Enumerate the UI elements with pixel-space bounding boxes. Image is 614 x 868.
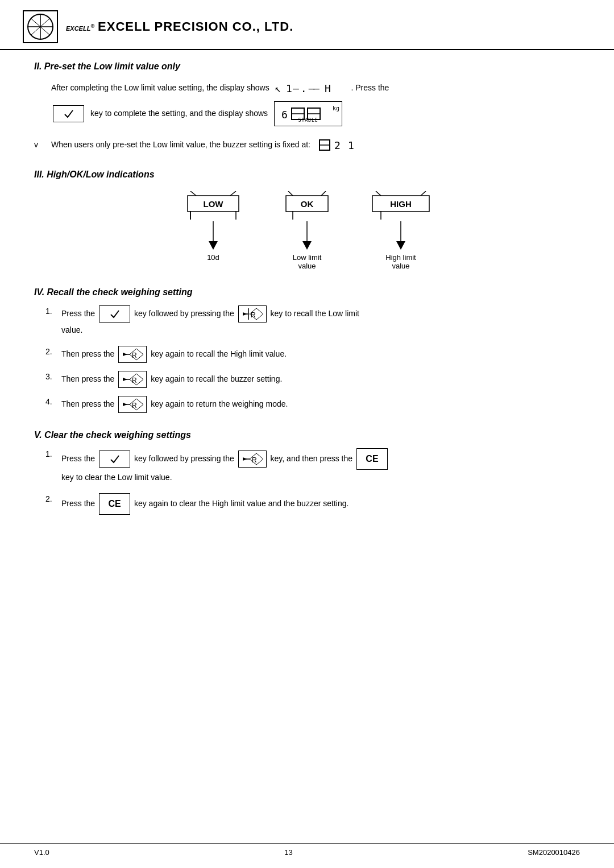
r-key-icon-s4-2: R <box>122 348 143 361</box>
ce-key-s5-1[interactable]: CE <box>356 448 388 470</box>
low-arrow-down <box>179 221 247 250</box>
svg-marker-50 <box>123 353 127 356</box>
ok-arrow-down <box>281 221 333 250</box>
section-3-title: III. High/OK/Low indications <box>34 170 580 180</box>
content: II. Pre-set the Low limit value only Aft… <box>0 50 614 566</box>
r-key-s4-4[interactable]: R <box>118 396 147 413</box>
section-5: V. Clear the check weighing settings 1. … <box>34 430 580 515</box>
checkmark-key-s5-1[interactable] <box>99 450 130 468</box>
section-4-item-2: 2. Then press the R key again to recall <box>45 346 580 363</box>
section-2-p2: key to complete the setting, and the dis… <box>51 101 580 126</box>
s4-i4-before: Then press the <box>61 399 117 408</box>
seg-display-dashes-svg: ↖ 1 –.– – H <box>273 80 347 97</box>
svg-text:LOW: LOW <box>204 199 224 209</box>
svg-marker-42 <box>396 241 405 250</box>
s2-complete-text: key to complete the setting, and the dis… <box>90 107 268 121</box>
ce-key-s5-2[interactable]: CE <box>99 493 130 515</box>
num-1: 1. <box>45 307 61 316</box>
r-key-icon-s4-4: R <box>122 398 143 411</box>
r-key-s5-1[interactable]: R <box>238 450 267 468</box>
svg-text:6: 6 <box>281 109 288 121</box>
svg-marker-28 <box>209 241 218 250</box>
section-2: II. Pre-set the Low limit value only Aft… <box>34 61 580 152</box>
svg-text:1: 1 <box>348 139 355 151</box>
low-arrows-svg: LOW <box>179 191 247 220</box>
svg-line-29 <box>288 191 293 196</box>
low-arrow-down-svg <box>205 221 222 250</box>
ok-label: Low limitvalue <box>293 253 322 270</box>
bullet-text: When users only pre-set the Low limit va… <box>51 140 310 149</box>
checkmark-key-s4-1[interactable] <box>99 305 130 323</box>
svg-marker-58 <box>123 403 127 406</box>
r-key-s4-3[interactable]: R <box>118 371 147 388</box>
low-label: 10d <box>207 253 219 262</box>
s4-i1-before: Press the <box>61 309 97 318</box>
section-4-item-4: 4. Then press the R key again to return <box>45 396 580 413</box>
svg-text:R: R <box>132 352 137 359</box>
num-2: 2. <box>45 347 61 356</box>
svg-text:↖: ↖ <box>275 82 283 94</box>
high-arrow-down <box>367 221 435 250</box>
company-name-block: EXCELL® EXCELL PRECISION CO., LTD. <box>66 19 293 34</box>
item-3-content: Then press the R key again to recall the… <box>61 371 580 388</box>
ok-arrows-svg: OK <box>281 191 333 220</box>
checkmark-key-s2[interactable] <box>53 105 84 122</box>
company-name: EXCELL PRECISION CO., LTD. <box>98 19 293 34</box>
checkmark-icon-s4-1 <box>109 309 121 319</box>
section-5-title: V. Clear the check weighing settings <box>34 430 580 440</box>
svg-line-20 <box>190 191 196 196</box>
s5-i1-before: Press the <box>61 454 97 463</box>
high-label: High limitvalue <box>385 253 416 270</box>
s5-i1-mid2: key, and then press the <box>271 454 355 463</box>
svg-line-36 <box>376 191 381 196</box>
diagram-low: LOW 10d <box>179 191 247 262</box>
svg-line-37 <box>421 191 426 196</box>
excell-logo <box>23 10 58 43</box>
stable-label: STABLE <box>298 117 318 125</box>
bullet-v: v <box>34 140 45 149</box>
section-4-title: IV. Recall the check weighing setting <box>34 287 580 297</box>
svg-text:R: R <box>252 456 257 464</box>
s4-i2-before: Then press the <box>61 349 117 358</box>
item-2-content: Then press the R key again to recall the… <box>61 346 580 363</box>
checkmark-icon <box>63 109 74 119</box>
s4-i4-after: key again to return the weighing mode. <box>151 399 288 408</box>
s4-i3-before: Then press the <box>61 374 117 383</box>
s4-i1-continue: value. <box>61 325 82 334</box>
header: EXCELL® EXCELL PRECISION CO., LTD. <box>0 0 614 50</box>
footer-version: V1.0 <box>34 848 49 857</box>
svg-line-30 <box>321 191 326 196</box>
high-arrows-svg: HIGH <box>367 191 435 220</box>
s4-i1-after: key to recall the Low limit <box>271 309 359 318</box>
r-key-icon-s5-1: R <box>242 452 263 466</box>
footer: V1.0 13 SM2020010426 <box>0 843 614 857</box>
svg-text:H: H <box>325 82 333 94</box>
svg-marker-54 <box>123 378 127 381</box>
num-3: 3. <box>45 372 61 381</box>
s5-i1-after: key to clear the Low limit value. <box>61 473 172 482</box>
buzzer-display: 2 1 <box>318 137 364 152</box>
s5-i2-after: key again to clear the High limit value … <box>134 498 349 507</box>
svg-marker-62 <box>243 457 247 461</box>
svg-text:–: – <box>313 82 321 94</box>
svg-text:HIGH: HIGH <box>390 199 412 209</box>
s2-text-after: . Press the <box>351 83 389 92</box>
diagram-container: LOW 10d <box>34 191 580 270</box>
section-4: IV. Recall the check weighing setting 1.… <box>34 287 580 413</box>
page: EXCELL® EXCELL PRECISION CO., LTD. II. P… <box>0 0 614 868</box>
display-dashes: ↖ 1 –.– – H <box>273 80 347 97</box>
svg-text:OK: OK <box>301 199 314 209</box>
s4-i3-after: key again to recall the buzzer setting. <box>151 374 282 383</box>
section-2-bullet: v When users only pre-set the Low limit … <box>34 137 580 152</box>
s5-i1-mid: key followed by pressing the <box>134 454 237 463</box>
s5-item-1-content: Press the key followed by pressing the <box>61 448 580 485</box>
s4-i2-after: key again to recall the High limit value… <box>151 349 287 358</box>
r-key-icon-s4-1: R <box>242 307 263 321</box>
svg-line-21 <box>230 191 236 196</box>
section-4-item-1: 1. Press the key followed by pressing th… <box>45 305 580 338</box>
checkmark-icon-s5-1 <box>109 454 121 464</box>
r-key-s4-2[interactable]: R <box>118 346 147 363</box>
excell-label: EXCELL® <box>66 25 94 32</box>
s4-i1-mid: key followed by pressing the <box>134 309 237 318</box>
r-key-s4-1[interactable]: R <box>238 305 267 323</box>
